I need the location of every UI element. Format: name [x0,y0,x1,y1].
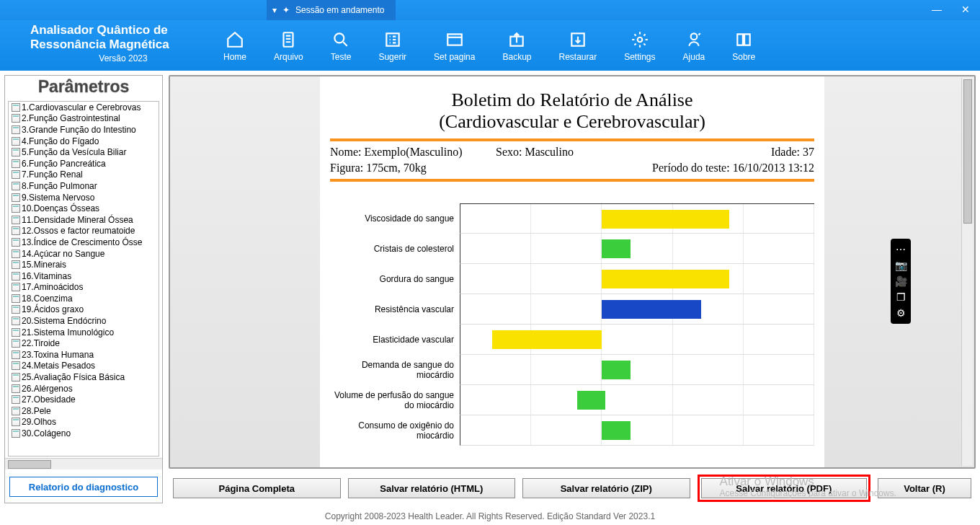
v-scrollbar[interactable] [961,78,973,466]
report-subtitle: (Cardiovascular e Cerebrovascular) [330,111,814,133]
copy-icon[interactable]: ❐ [891,289,911,305]
tree-item[interactable]: 12.Ossos e factor reumatoide [9,226,159,237]
diagnostic-report-button[interactable]: Relatorio do diagnostico [9,477,158,497]
doc-icon [12,260,20,269]
tree-item[interactable]: 19.Ácidos graxo [9,304,159,316]
chart-label: Resistência vascular [330,304,460,314]
chart-cell [460,264,814,294]
brand-title-1: Analisador Quântico de [30,23,216,38]
floating-toolbar[interactable]: ⋯ 📷 🎥 ❐ ⚙ [891,239,911,324]
save-zip-button[interactable]: Salvar relatório (ZIP) [522,478,690,498]
info-age: Idade: 37 [663,146,814,159]
svg-rect-3 [447,34,462,45]
tree-item[interactable]: 16.Vitaminas [9,270,159,282]
tree-item[interactable]: 8.Função Pulmonar [9,180,159,192]
chart-cell [460,355,814,385]
tree-item[interactable]: 4.Função do Fígado [9,136,159,147]
back-button[interactable]: Voltar (R) [878,478,971,498]
doc-icon [12,250,20,258]
tree-item[interactable]: 26.Alérgenos [9,383,159,394]
tree-item[interactable]: 10.Doenças Ósseas [9,203,159,214]
tree-item[interactable]: 14.Açúcar no Sangue [9,248,159,260]
param-tree[interactable]: 1.Cardiovascular e Cerebrovas2.Função Ga… [9,102,159,456]
tool-teste[interactable]: Teste [331,30,352,62]
tree-item[interactable]: 28.Pele [9,405,159,417]
report-chart: Viscosidade do sangueCristais de coleste… [330,203,814,446]
video-icon[interactable]: 🎥 [891,273,911,289]
tool-sobre[interactable]: Sobre [732,30,755,62]
doc-icon [12,148,20,156]
report-page: Boletim do Relatório de Análise (Cardiov… [320,76,824,467]
info-period: Período do teste: 16/10/2013 13:12 [612,162,814,175]
tree-item[interactable]: 5.Função da Vesícula Biliar [9,146,159,158]
tool-sugerir[interactable]: Sugerir [378,30,406,62]
tree-item[interactable]: 11.Densidade Mineral Óssea [9,214,159,226]
doc-icon [12,407,20,415]
full-page-button[interactable]: Página Completa [173,478,341,498]
gear-icon[interactable]: ⚙ [891,305,911,321]
session-badge: ▾ ✦ Sessão em andamento [267,0,396,20]
tree-item[interactable]: 18.Coenzima [9,293,159,304]
device-icon: ✦ [282,5,290,15]
tool-ajuda[interactable]: Ajuda [683,30,705,62]
tree-item[interactable]: 13.Índice de Crescimento Ósse [9,237,159,248]
tree-item[interactable]: 7.Função Renal [9,169,159,181]
doc-icon [12,137,20,146]
chart-cell [460,415,814,446]
doc-icon [12,216,20,224]
doc-icon [12,418,20,426]
bottom-buttons: Página Completa Salvar relatório (HTML) … [169,473,976,503]
tool-home[interactable]: Home [223,30,246,62]
tree-item[interactable]: 23.Toxina Humana [9,349,159,361]
doc-icon [12,125,20,134]
app-header: Analisador Quântico de Ressonância Magné… [0,20,980,71]
save-pdf-button[interactable]: Salvar relatório (PDF) [701,478,868,498]
tool-backup[interactable]: Backup [502,30,531,62]
tool-set pagina[interactable]: Set pagina [434,30,475,62]
report-viewport: Boletim do Relatório de Análise (Cardiov… [169,75,976,469]
title-bar: ▾ ✦ Sessão em andamento — ✕ [0,0,980,20]
tree-item[interactable]: 9.Sistema Nervoso [9,192,159,203]
chart-cell [460,385,814,415]
camera-icon[interactable]: 📷 [891,257,911,273]
chart-label: Gordura do sangue [330,274,460,284]
tree-item[interactable]: 15.Minerais [9,259,159,270]
save-html-button[interactable]: Salvar relatório (HTML) [348,478,516,498]
doc-icon [12,103,20,112]
doc-icon [12,373,20,381]
tree-item[interactable]: 29.Olhos [9,417,159,428]
tree-item[interactable]: 17.Aminoácidos [9,282,159,294]
tree-item[interactable]: 6.Função Pancreática [9,158,159,169]
tree-item[interactable]: 25.Avaliação Física Básica [9,371,159,383]
tree-item[interactable]: 27.Obesidade [9,394,159,405]
doc-icon [12,204,20,213]
tree-item[interactable]: 30.Colágeno [9,428,159,439]
tree-item[interactable]: 3.Grande Função do Intestino [9,124,159,136]
doc-icon [12,317,20,325]
close-button[interactable]: ✕ [951,2,980,18]
minimize-button[interactable]: — [922,2,951,18]
tree-item[interactable]: 20.Sistema Endócrino [9,315,159,327]
svg-point-6 [638,38,643,43]
tree-item[interactable]: 1.Cardiovascular e Cerebrovas [9,102,159,113]
tool-restaurar[interactable]: Restaurar [559,30,597,62]
doc-icon [12,114,20,123]
tree-item[interactable]: 24.Metais Pesados [9,361,159,372]
chart-label: Volume de perfusão do sangue do miocárdi… [330,390,460,410]
doc-icon [12,238,20,247]
doc-icon [12,395,20,404]
divider [330,179,814,182]
doc-icon [12,193,20,202]
tool-arquivo[interactable]: Arquivo [274,30,303,62]
divider [330,138,814,141]
doc-icon [12,226,20,235]
more-icon[interactable]: ⋯ [891,242,911,257]
h-scrollbar[interactable] [5,458,162,469]
tree-item[interactable]: 2.Função Gastrointestinal [9,113,159,125]
tool-settings[interactable]: Settings [624,30,655,62]
sidebar: Parâmetros 1.Cardiovascular e Cerebrovas… [4,75,163,503]
tree-item[interactable]: 21.Sistema Imunológico [9,327,159,338]
tree-item[interactable]: 22.Tiroide [9,338,159,349]
chart-cell [460,294,814,325]
doc-icon [12,159,20,168]
